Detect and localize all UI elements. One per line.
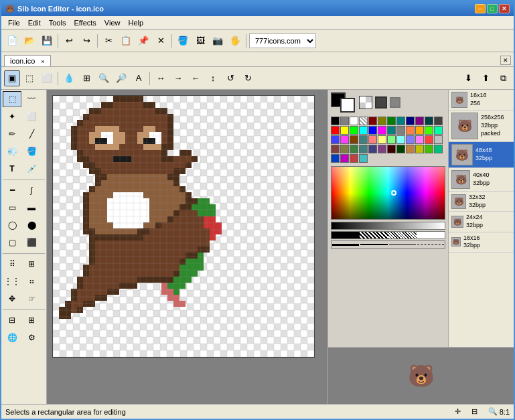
- color-cell-48[interactable]: [331, 154, 340, 163]
- color-cell-43[interactable]: [396, 145, 405, 153]
- import-btn[interactable]: ⊞: [22, 312, 41, 328]
- p1[interactable]: [332, 232, 360, 238]
- transparency-selector[interactable]: [359, 96, 372, 109]
- new-button[interactable]: 📄: [4, 33, 20, 49]
- icon-entry-2[interactable]: 🐻 48x48 32bpp: [449, 142, 514, 168]
- color-cell-37[interactable]: [340, 145, 349, 153]
- line3[interactable]: [389, 244, 416, 245]
- layer-btn[interactable]: ⊟: [3, 312, 21, 328]
- p2[interactable]: [360, 232, 388, 238]
- tool14a[interactable]: 🌐: [3, 330, 21, 346]
- flip-v-tool[interactable]: ↕: [205, 70, 221, 86]
- color-cell-33[interactable]: [415, 135, 424, 144]
- color-cell-17[interactable]: [378, 126, 386, 135]
- select-lasso-btn[interactable]: 〰: [22, 91, 41, 107]
- rounded-rect-btn[interactable]: ▢: [3, 234, 21, 251]
- rotate-r-tool[interactable]: ↻: [240, 70, 256, 86]
- color-cell-25[interactable]: [340, 135, 349, 144]
- menu-effects[interactable]: Effects: [70, 18, 100, 27]
- color-cell-19[interactable]: [396, 126, 405, 135]
- color-cell-44[interactable]: [406, 145, 415, 153]
- color-cell-18[interactable]: [387, 126, 396, 135]
- zoom-out-tool[interactable]: 🔎: [113, 70, 129, 86]
- icon-entry-5[interactable]: 🐻 24x24 32bpp: [449, 212, 514, 232]
- color-cell-2[interactable]: [350, 117, 358, 125]
- icon-entry-6[interactable]: 🐻 16x16 32bpp: [449, 232, 514, 253]
- color-cell-30[interactable]: [387, 135, 396, 144]
- zoom-in-tool[interactable]: 🔍: [96, 70, 112, 86]
- text-tool[interactable]: A: [131, 70, 147, 86]
- close-button[interactable]: ✕: [499, 4, 510, 13]
- maximize-button[interactable]: □: [487, 4, 498, 13]
- cut-button[interactable]: ✂: [100, 33, 117, 49]
- paint-button[interactable]: 🪣: [175, 33, 191, 49]
- color-cell-34[interactable]: [425, 135, 433, 144]
- filled-ellipse-btn[interactable]: ⬤: [22, 217, 41, 233]
- color-cell-31[interactable]: [396, 135, 405, 144]
- grayscale-strip[interactable]: [331, 222, 445, 230]
- color-cell-41[interactable]: [378, 145, 386, 153]
- color-cell-26[interactable]: [350, 135, 358, 144]
- rect-btn[interactable]: ▭: [3, 200, 21, 216]
- line2[interactable]: [360, 244, 387, 245]
- color-cell-22[interactable]: [425, 126, 433, 135]
- delete-button[interactable]: ✕: [153, 33, 169, 49]
- color-cell-35[interactable]: [434, 135, 443, 144]
- arrow-r-tool[interactable]: →: [170, 70, 186, 86]
- color-cell-15[interactable]: [359, 126, 368, 135]
- color-cell-5[interactable]: [378, 117, 386, 125]
- menu-tools[interactable]: Tools: [45, 18, 70, 27]
- color-cell-28[interactable]: [368, 135, 377, 144]
- color-cell-10[interactable]: [425, 117, 433, 125]
- color-cell-23[interactable]: [434, 126, 443, 135]
- color-spectrum[interactable]: [331, 166, 445, 220]
- color-cell-3[interactable]: [359, 117, 368, 125]
- undo-button[interactable]: ↩: [61, 33, 77, 49]
- p4[interactable]: [417, 232, 445, 238]
- magic-wand-btn[interactable]: ✦: [3, 109, 21, 125]
- copy-button[interactable]: 📋: [118, 33, 134, 49]
- color-cell-27[interactable]: [359, 135, 368, 144]
- background-color[interactable]: [340, 98, 355, 113]
- color-cell-20[interactable]: [406, 126, 415, 135]
- p3[interactable]: [388, 232, 417, 238]
- color-cell-7[interactable]: [396, 117, 405, 125]
- open-button[interactable]: 📂: [21, 33, 38, 49]
- minimize-button[interactable]: ─: [475, 4, 486, 13]
- curve-btn[interactable]: ∫: [22, 182, 41, 198]
- bucket-btn[interactable]: 🪣: [22, 143, 41, 159]
- redo-button[interactable]: ↪: [78, 33, 94, 49]
- move-btn[interactable]: ✥: [3, 291, 21, 307]
- color-cell-45[interactable]: [415, 145, 424, 153]
- icon-entry-1[interactable]: 🐻 256x256 32bpp packed: [449, 111, 514, 142]
- select-rect-btn[interactable]: ⬚: [3, 91, 21, 107]
- color-cell-0[interactable]: [331, 117, 340, 125]
- color-overlay[interactable]: [375, 96, 387, 109]
- line-btn[interactable]: ╱: [22, 126, 41, 142]
- color-cell-39[interactable]: [359, 145, 368, 153]
- save-button[interactable]: 💾: [39, 33, 55, 49]
- tool14b[interactable]: ⚙: [22, 330, 41, 346]
- color-cell-12[interactable]: [331, 126, 340, 135]
- icon-entry-4[interactable]: 🐻 32x32 32bpp: [449, 192, 514, 212]
- color-cell-4[interactable]: [368, 117, 377, 125]
- color-cell-24[interactable]: [331, 135, 340, 144]
- menu-edit[interactable]: Edit: [24, 18, 45, 27]
- select-tool3[interactable]: ⬜: [39, 70, 55, 86]
- line1[interactable]: [332, 244, 359, 246]
- color-cell-42[interactable]: [387, 145, 396, 153]
- arrow-l-tool[interactable]: ←: [188, 70, 204, 86]
- color-cell-47[interactable]: [434, 145, 443, 153]
- spray-btn[interactable]: 💨: [3, 143, 21, 159]
- color-cell-38[interactable]: [350, 145, 358, 153]
- color-cell-14[interactable]: [350, 126, 358, 135]
- color-cell-50[interactable]: [350, 154, 358, 163]
- capture-button[interactable]: 📷: [210, 33, 226, 49]
- color-cell-11[interactable]: [434, 117, 443, 125]
- dots-btn[interactable]: ⠿: [3, 256, 21, 272]
- line4[interactable]: [417, 244, 444, 245]
- color-cell-16[interactable]: [368, 126, 377, 135]
- add-image-button[interactable]: 🖼: [192, 33, 208, 49]
- color-cell-29[interactable]: [378, 135, 386, 144]
- color-swap[interactable]: [390, 97, 400, 108]
